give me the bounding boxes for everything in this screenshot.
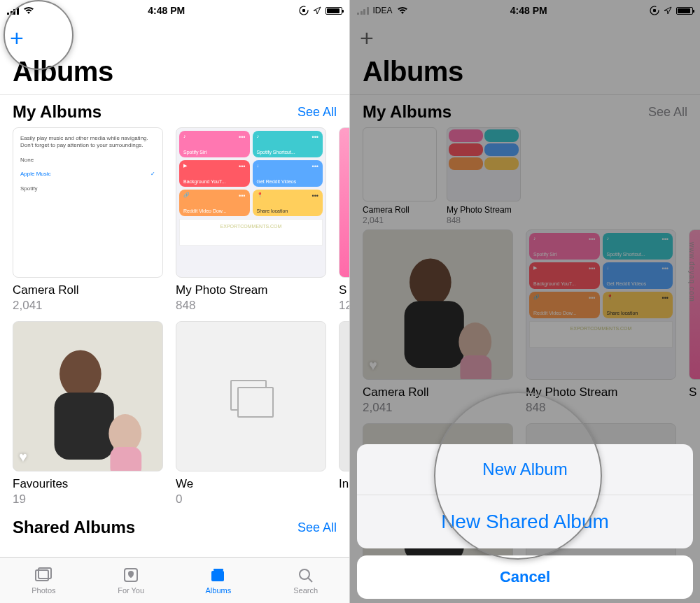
for-you-tab-icon xyxy=(121,567,141,583)
albums-tab-icon xyxy=(209,567,228,583)
heart-icon: ♥ xyxy=(19,449,27,465)
status-bar: IDEA 4:48 PM xyxy=(350,0,700,21)
album-title: My Photo Stream xyxy=(176,283,326,297)
svg-rect-6 xyxy=(110,447,141,471)
rotation-lock-icon xyxy=(299,6,309,15)
battery-icon xyxy=(326,7,342,15)
shared-albums-header: Shared Albums See All xyxy=(0,515,349,543)
check-icon: ✓ xyxy=(150,171,155,178)
album-cover xyxy=(176,321,326,471)
rotation-lock-icon xyxy=(650,6,659,15)
album-photo-stream[interactable]: ♪Spotify Siri••• ♪Spotify Shortcut...•••… xyxy=(176,127,326,313)
battery-icon xyxy=(676,7,693,15)
add-album-button[interactable]: + xyxy=(360,26,374,50)
page-title: Albums xyxy=(0,55,349,94)
page-title: Albums xyxy=(350,55,700,94)
albums-row-1b: ♥ Camera Roll 2,041 ♪Spotify Siri••• ♪Sp… xyxy=(350,229,700,415)
phone-right: IDEA 4:48 PM + Albums My Albums See All … xyxy=(350,0,700,603)
album-cover: Easily play music and other media while … xyxy=(13,127,163,278)
my-albums-header: My Albums See All xyxy=(350,95,700,127)
album-camera-roll-large[interactable]: ♥ Camera Roll 2,041 xyxy=(363,229,513,415)
albums-row-2: ♥ Favourites 19 We 0 In xyxy=(0,321,349,506)
search-tab-icon xyxy=(296,567,316,583)
sheet-new-shared[interactable]: New Shared Album xyxy=(357,495,693,548)
album-count: 2,041 xyxy=(13,299,163,313)
heart-icon: ♥ xyxy=(369,357,377,374)
see-all-link[interactable]: See All xyxy=(298,105,337,120)
action-sheet: New Album New Shared Album Cancel xyxy=(357,444,693,599)
my-albums-header: My Albums See All xyxy=(0,95,349,127)
status-bar: 4:48 PM xyxy=(0,0,349,21)
photo-placeholder-icon xyxy=(363,230,512,379)
phone-left: 4:48 PM + Albums My Albums See All Easil… xyxy=(0,0,350,603)
album-cover: ♥ xyxy=(13,321,163,471)
albums-row-1: Easily play music and other media while … xyxy=(0,127,349,313)
wifi-icon xyxy=(23,6,34,15)
svg-line-13 xyxy=(308,578,312,582)
svg-point-3 xyxy=(59,350,102,397)
album-photo-stream[interactable]: My Photo Stream 848 xyxy=(447,127,521,225)
album-cover: ♪Spotify Siri••• ♪Spotify Shortcut...•••… xyxy=(526,229,676,380)
svg-rect-11 xyxy=(214,569,223,571)
photos-tab-icon xyxy=(34,567,53,583)
shared-albums-heading: Shared Albums xyxy=(13,518,135,537)
album-camera-roll[interactable]: Easily play music and other media while … xyxy=(13,127,163,313)
svg-rect-1 xyxy=(302,9,305,12)
album-cover: ♥ xyxy=(363,229,513,380)
album-favourites[interactable]: ♥ Favourites 19 xyxy=(13,321,163,506)
album-title: Camera Roll xyxy=(13,283,163,297)
svg-point-17 xyxy=(410,258,451,306)
svg-rect-20 xyxy=(460,355,491,379)
status-time: 4:48 PM xyxy=(148,5,185,16)
cellular-signal-icon xyxy=(7,6,19,15)
photo-placeholder-icon xyxy=(13,322,162,471)
album-we[interactable]: We 0 xyxy=(176,321,326,506)
watermark: www.deyaq.com xyxy=(688,242,696,302)
svg-rect-4 xyxy=(55,392,114,460)
album-camera-roll[interactable]: Camera Roll 2,041 xyxy=(363,127,437,225)
cellular-signal-icon xyxy=(357,6,369,15)
tab-photos[interactable]: Photos xyxy=(0,558,88,603)
location-icon xyxy=(664,6,672,15)
stack-icon xyxy=(227,377,275,416)
sheet-new-album[interactable]: New Album xyxy=(357,444,693,495)
nav-bar: + xyxy=(0,21,349,55)
wifi-icon xyxy=(397,6,408,15)
album-count: 0 xyxy=(176,492,326,506)
my-albums-heading: My Albums xyxy=(13,102,102,122)
album-cover: ♪Spotify Siri••• ♪Spotify Shortcut...•••… xyxy=(176,127,326,278)
add-album-button[interactable]: + xyxy=(10,26,24,50)
album-peek[interactable]: S 12 xyxy=(339,127,349,313)
album-photo-stream-large[interactable]: ♪Spotify Siri••• ♪Spotify Shortcut...•••… xyxy=(526,229,676,415)
album-title: Favourites xyxy=(13,477,163,491)
svg-rect-15 xyxy=(653,9,656,12)
tab-search[interactable]: Search xyxy=(262,558,349,603)
album-count: 848 xyxy=(176,299,326,313)
svg-point-12 xyxy=(300,569,309,579)
my-albums-heading: My Albums xyxy=(363,102,451,122)
svg-rect-10 xyxy=(211,571,224,581)
album-peek[interactable]: In xyxy=(339,321,349,506)
svg-rect-18 xyxy=(405,301,464,368)
status-time: 4:48 PM xyxy=(510,5,547,16)
carrier-label: IDEA xyxy=(373,6,393,15)
nav-bar: + xyxy=(350,21,700,55)
sheet-cancel[interactable]: Cancel xyxy=(357,555,693,599)
tab-for-you[interactable]: For You xyxy=(88,558,175,603)
tab-bar: Photos For You Albums Search xyxy=(0,557,349,603)
albums-mini-row: Camera Roll 2,041 My Photo Stream 848 xyxy=(350,127,700,225)
album-count: 19 xyxy=(13,492,163,506)
album-title: We xyxy=(176,477,326,491)
see-all-link[interactable]: See All xyxy=(648,105,687,120)
location-icon xyxy=(313,6,321,15)
tab-albums[interactable]: Albums xyxy=(175,558,262,603)
see-all-link[interactable]: See All xyxy=(298,520,337,535)
